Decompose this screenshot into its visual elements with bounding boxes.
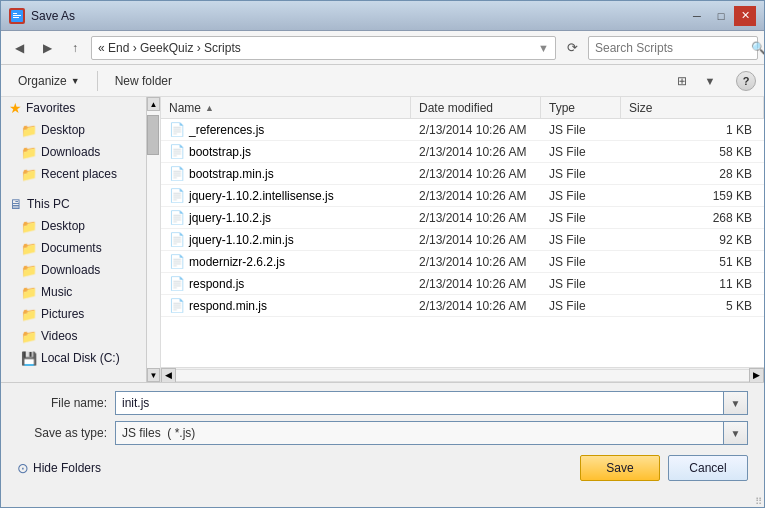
hide-folders-button[interactable]: ⊙ Hide Folders bbox=[17, 460, 101, 476]
toolbar: Organize ▼ New folder ⊞ ▼ ? bbox=[1, 65, 764, 97]
view-button[interactable]: ⊞ bbox=[670, 70, 694, 92]
pc-icon: 🖥 bbox=[9, 196, 23, 212]
file-cell-type: JS File bbox=[541, 277, 621, 291]
file-cell-type: JS File bbox=[541, 145, 621, 159]
nav-item-music[interactable]: 📁 Music bbox=[1, 281, 146, 303]
this-pc-label: This PC bbox=[27, 197, 70, 211]
table-row[interactable]: 📄 jquery-1.10.2.intellisense.js 2/13/201… bbox=[161, 185, 764, 207]
nav-item-pictures[interactable]: 📁 Pictures bbox=[1, 303, 146, 325]
svg-rect-3 bbox=[13, 17, 19, 18]
nav-item-videos[interactable]: 📁 Videos bbox=[1, 325, 146, 347]
help-button[interactable]: ? bbox=[736, 71, 756, 91]
table-row[interactable]: 📄 bootstrap.min.js 2/13/2014 10:26 AM JS… bbox=[161, 163, 764, 185]
table-row[interactable]: 📄 respond.min.js 2/13/2014 10:26 AM JS F… bbox=[161, 295, 764, 317]
refresh-button[interactable]: ⟳ bbox=[560, 36, 584, 60]
organize-button[interactable]: Organize ▼ bbox=[9, 69, 89, 93]
new-folder-button[interactable]: New folder bbox=[106, 69, 181, 93]
filename-dropdown-button[interactable]: ▼ bbox=[724, 391, 748, 415]
table-row[interactable]: 📄 modernizr-2.6.2.js 2/13/2014 10:26 AM … bbox=[161, 251, 764, 273]
file-cell-type: JS File bbox=[541, 255, 621, 269]
breadcrumb[interactable]: « End › GeekQuiz › Scripts ▼ bbox=[91, 36, 556, 60]
savetype-dropdown-button[interactable]: ▼ bbox=[724, 421, 748, 445]
forward-button[interactable]: ▶ bbox=[35, 36, 59, 60]
search-icon[interactable]: 🔍 bbox=[751, 37, 765, 59]
folder-icon: 📁 bbox=[21, 167, 37, 182]
nav-item-local-disk[interactable]: 💾 Local Disk (C:) bbox=[1, 347, 146, 369]
resize-handle[interactable]: ⠿ bbox=[752, 495, 764, 507]
filename-input[interactable] bbox=[115, 391, 724, 415]
file-cell-size: 28 KB bbox=[621, 167, 764, 181]
nav-item-desktop-fav[interactable]: 📁 Desktop bbox=[1, 119, 146, 141]
h-scroll-left-button[interactable]: ◀ bbox=[161, 368, 176, 383]
table-row[interactable]: 📄 respond.js 2/13/2014 10:26 AM JS File … bbox=[161, 273, 764, 295]
file-cell-date: 2/13/2014 10:26 AM bbox=[411, 189, 541, 203]
folder-icon: 📁 bbox=[21, 307, 37, 322]
scroll-thumb[interactable] bbox=[147, 115, 159, 155]
save-as-dialog: Save As ─ □ ✕ ◀ ▶ ↑ « End › GeekQuiz › S… bbox=[0, 0, 765, 508]
file-cell-name: 📄 jquery-1.10.2.js bbox=[161, 210, 411, 225]
table-row[interactable]: 📄 jquery-1.10.2.js 2/13/2014 10:26 AM JS… bbox=[161, 207, 764, 229]
file-cell-type: JS File bbox=[541, 123, 621, 137]
nav-item-downloads-pc[interactable]: 📁 Downloads bbox=[1, 259, 146, 281]
minimize-button[interactable]: ─ bbox=[686, 6, 708, 26]
file-cell-date: 2/13/2014 10:26 AM bbox=[411, 167, 541, 181]
nav-scrollbar: ▲ ▼ bbox=[146, 97, 160, 382]
column-header-date[interactable]: Date modified bbox=[411, 97, 541, 119]
h-scroll-right-button[interactable]: ▶ bbox=[749, 368, 764, 383]
sort-indicator-icon: ▲ bbox=[205, 103, 214, 113]
search-input[interactable] bbox=[589, 41, 751, 55]
filename-label: File name: bbox=[17, 396, 107, 410]
breadcrumb-text: « End › GeekQuiz › Scripts bbox=[98, 41, 241, 55]
column-header-type[interactable]: Type bbox=[541, 97, 621, 119]
title-bar: Save As ─ □ ✕ bbox=[1, 1, 764, 31]
file-cell-name: 📄 bootstrap.min.js bbox=[161, 166, 411, 181]
bottom-area: File name: ▼ Save as type: ▼ ⊙ Hide Fold… bbox=[1, 383, 764, 491]
column-header-size[interactable]: Size bbox=[621, 97, 764, 119]
up-button[interactable]: ↑ bbox=[63, 36, 87, 60]
organize-arrow-icon: ▼ bbox=[71, 76, 80, 86]
js-file-icon: 📄 bbox=[169, 188, 185, 203]
column-header-name[interactable]: Name ▲ bbox=[161, 97, 411, 119]
nav-label-local-disk: Local Disk (C:) bbox=[41, 351, 120, 365]
folder-icon: 📁 bbox=[21, 285, 37, 300]
scroll-up-button[interactable]: ▲ bbox=[147, 97, 160, 111]
folder-icon: 📁 bbox=[21, 145, 37, 160]
table-row[interactable]: 📄 jquery-1.10.2.min.js 2/13/2014 10:26 A… bbox=[161, 229, 764, 251]
app-icon bbox=[9, 8, 25, 24]
table-row[interactable]: 📄 bootstrap.js 2/13/2014 10:26 AM JS Fil… bbox=[161, 141, 764, 163]
back-button[interactable]: ◀ bbox=[7, 36, 31, 60]
file-list[interactable]: 📄 _references.js 2/13/2014 10:26 AM JS F… bbox=[161, 119, 764, 367]
scroll-down-button[interactable]: ▼ bbox=[147, 368, 160, 382]
disk-icon: 💾 bbox=[21, 351, 37, 366]
view-dropdown-button[interactable]: ▼ bbox=[698, 70, 722, 92]
dropdown-arrow-icon: ▼ bbox=[538, 42, 549, 54]
nav-label-downloads-pc: Downloads bbox=[41, 263, 100, 277]
file-cell-name: 📄 jquery-1.10.2.intellisense.js bbox=[161, 188, 411, 203]
nav-label-desktop-fav: Desktop bbox=[41, 123, 85, 137]
cancel-button[interactable]: Cancel bbox=[668, 455, 748, 481]
table-row[interactable]: 📄 _references.js 2/13/2014 10:26 AM JS F… bbox=[161, 119, 764, 141]
chevron-left-icon: ⊙ bbox=[17, 460, 29, 476]
file-cell-size: 159 KB bbox=[621, 189, 764, 203]
js-file-icon: 📄 bbox=[169, 122, 185, 137]
file-cell-name: 📄 jquery-1.10.2.min.js bbox=[161, 232, 411, 247]
nav-item-recent[interactable]: 📁 Recent places bbox=[1, 163, 146, 185]
close-button[interactable]: ✕ bbox=[734, 6, 756, 26]
maximize-button[interactable]: □ bbox=[710, 6, 732, 26]
file-cell-size: 11 KB bbox=[621, 277, 764, 291]
nav-panel: ★ Favorites 📁 Desktop 📁 Downloads 📁 Rece… bbox=[1, 97, 161, 382]
js-file-icon: 📄 bbox=[169, 144, 185, 159]
nav-item-downloads-fav[interactable]: 📁 Downloads bbox=[1, 141, 146, 163]
dialog-title: Save As bbox=[31, 9, 75, 23]
file-cell-name: 📄 respond.js bbox=[161, 276, 411, 291]
main-area: ★ Favorites 📁 Desktop 📁 Downloads 📁 Rece… bbox=[1, 97, 764, 383]
savetype-input bbox=[115, 421, 724, 445]
file-cell-size: 268 KB bbox=[621, 211, 764, 225]
svg-rect-1 bbox=[13, 13, 17, 14]
address-bar: ◀ ▶ ↑ « End › GeekQuiz › Scripts ▼ ⟳ 🔍 bbox=[1, 31, 764, 65]
save-button[interactable]: Save bbox=[580, 455, 660, 481]
nav-label-videos: Videos bbox=[41, 329, 77, 343]
nav-item-documents[interactable]: 📁 Documents bbox=[1, 237, 146, 259]
nav-item-desktop-pc[interactable]: 📁 Desktop bbox=[1, 215, 146, 237]
search-box: 🔍 bbox=[588, 36, 758, 60]
